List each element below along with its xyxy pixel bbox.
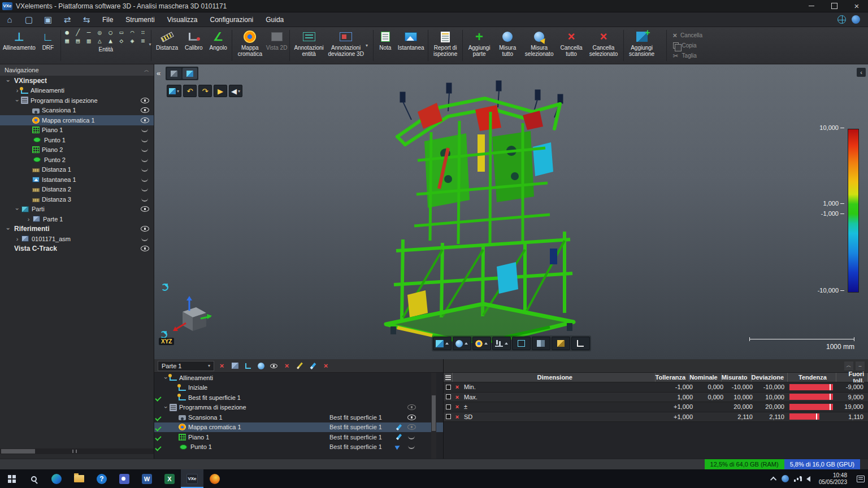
search-button[interactable] [23,469,45,488]
scrollbar-thumb[interactable] [432,395,436,432]
visibility-eye-icon[interactable] [138,98,151,103]
vxelements-taskbar-button[interactable]: VXe [181,469,203,488]
sidebar-horizontal-scrollbar[interactable] [0,448,154,454]
part-panel-scrollbar[interactable] [431,373,436,459]
menu-visualizza[interactable]: Visualizza [161,12,204,27]
ribbon-button-mappa-cromatica[interactable]: Mappa cromatica [234,27,266,64]
nav-item-distanza-3[interactable]: Distanza 3 [0,194,154,204]
action-center-icon[interactable] [857,476,865,482]
ribbon-button-allineamento[interactable]: ⊥ Allineamento [1,27,37,64]
next-view-button[interactable] [198,85,212,97]
col-dimensione[interactable]: Dimensione [453,373,656,382]
menu-file[interactable]: File [96,12,119,27]
table-row-plusminus[interactable]: ± +1,000 20,000 20,000 19,000 [444,402,868,412]
new-document-icon[interactable]: ▢ [19,12,38,27]
xyz-axis-label[interactable]: XYZ [159,338,174,345]
export-icon[interactable]: ⇆ [77,12,96,27]
back-step-button[interactable]: ▾ [229,85,242,97]
chevron-down-icon[interactable] [5,225,12,232]
ribbon-button-istantanea[interactable]: Istantanea [396,27,426,64]
ribbon-button-aggiungi-scansione[interactable]: Aggiungi scansione [626,27,658,64]
col-misurato[interactable]: Misurato [722,373,752,382]
visibility-hidden-icon[interactable] [405,445,418,449]
nav-item-riferimenti[interactable]: Riferimenti [0,224,154,234]
nav-item-vxinspect[interactable]: VXinspect [0,76,154,86]
filter-remove-button[interactable]: × [281,360,292,371]
view-surface-button[interactable] [433,337,452,350]
ribbon-button-misura-selezionato[interactable]: Misura selezionato [521,27,557,64]
dropdown-icon[interactable]: ▾ [177,89,179,94]
start-button[interactable] [0,469,23,488]
brush-icon[interactable] [396,434,402,440]
col-nominale[interactable]: Nominale [689,373,722,382]
visibility-eye-icon[interactable] [138,226,151,232]
ribbon-button-aggiungi-parte[interactable]: + Aggiungi parte [465,27,494,64]
nav-item-istantanea-1[interactable]: Istantanea 1 [0,175,154,185]
viewport-collapse-left-icon[interactable]: « [157,69,160,77]
col-fuori-toll[interactable]: Fuori toll. [836,373,868,382]
ribbon-button-annotazioni-entita[interactable]: Annotazioni entità [292,27,327,64]
nav-item-parte-1[interactable]: Parte 1 [0,214,154,224]
entity-group[interactable]: ● ╱ ─ ◎ ○ ▭ ◠ ∷ ▦ ▤ ▥ △ ▲ ◇ ◈ ≡ Entità ▾ [63,27,149,64]
view-mesh-button[interactable] [453,337,471,350]
account-icon[interactable] [852,15,860,24]
viewport-collapse-right-icon[interactable]: ‹ [857,68,866,77]
edit-taglia-button[interactable]: ✂ Taglia [673,51,703,60]
check-icon[interactable] [154,425,162,430]
nav-item-piano-2[interactable]: Piano 2 [0,145,154,155]
scrollbar-grip[interactable] [72,450,77,453]
part-row-piano-1[interactable]: Piano 1 Best fit superficie 1 [154,432,443,442]
ribbon-button-misura-tutto[interactable]: Misura tutto [494,27,521,64]
excel-button[interactable]: X [158,469,181,488]
maximize-button[interactable] [823,0,845,12]
teams-button[interactable] [113,469,136,488]
brush-icon[interactable] [396,424,402,430]
taskbar-clock[interactable]: 10:48 05/05/2023 [815,472,850,486]
nav-item-allineamenti[interactable]: Allineamenti [0,86,154,96]
annotations-dropdown-icon[interactable]: ▾ [366,27,371,64]
ribbon-button-annotazioni-deviazione[interactable]: Annotazioni deviazione 3D [327,27,366,64]
arrow-icon[interactable] [395,444,401,450]
view-axes-button[interactable] [571,337,590,350]
nav-item-punto-2[interactable]: Punto 2 [0,155,154,165]
menu-guida[interactable]: Guida [259,12,290,27]
rotate-view-icon[interactable] [161,284,168,291]
edge-taskbar-button[interactable] [45,469,68,488]
check-icon[interactable] [154,445,162,450]
part-row-iniziale[interactable]: Iniziale [154,383,443,393]
ribbon-button-vista-2d[interactable]: Vista 2D [266,27,288,64]
part-row-scansiona-1[interactable]: Scansiona 1 Best fit superficie 1 [154,412,443,422]
visibility-hidden-icon[interactable] [138,177,151,182]
view-features-button[interactable] [492,337,511,350]
check-icon[interactable] [154,415,162,420]
menu-configurazioni[interactable]: Configurazioni [204,12,260,27]
import-icon[interactable]: ⇄ [58,12,77,27]
ribbon-button-calibro[interactable]: Calibro [181,27,206,64]
alignment-tool-button[interactable] [242,360,253,371]
part-row-best-fit[interactable]: Best fit superficie 1 [154,393,443,403]
view-tab-model[interactable] [167,68,181,79]
ribbon-button-cancella-selezionato[interactable]: × Cancella selezionato [585,27,622,64]
word-button[interactable]: W [136,469,158,488]
row-checkbox[interactable] [446,385,451,390]
edit-copia-button[interactable]: Copia [673,41,703,50]
3d-model-mesh[interactable] [363,80,589,343]
home-icon[interactable]: ⌂ [0,12,19,27]
view-colormap-button[interactable] [472,337,491,350]
chevron-down-icon[interactable] [162,404,170,411]
session-icon[interactable]: ▣ [38,12,58,27]
view-panel-button[interactable] [532,337,550,350]
part-selector-dropdown[interactable]: Parte 1 ▾ [158,361,214,371]
chevron-down-icon[interactable] [14,97,21,104]
help-app-button[interactable]: ? [90,469,113,488]
row-delete-icon[interactable] [453,384,462,390]
check-icon[interactable] [154,395,162,400]
entity-dropdown-icon[interactable]: ▾ [149,42,151,47]
nav-item-punto-1[interactable]: Punto 1 [0,135,154,145]
visibility-eye-icon[interactable] [405,404,418,410]
view-orientation-button[interactable]: ▾ [167,85,181,97]
visibility-eye-icon[interactable] [405,424,418,430]
visibility-hidden-icon[interactable] [138,158,151,162]
panel-collapse-icon[interactable]: ︿ [144,67,149,74]
volume-icon[interactable] [806,476,810,482]
